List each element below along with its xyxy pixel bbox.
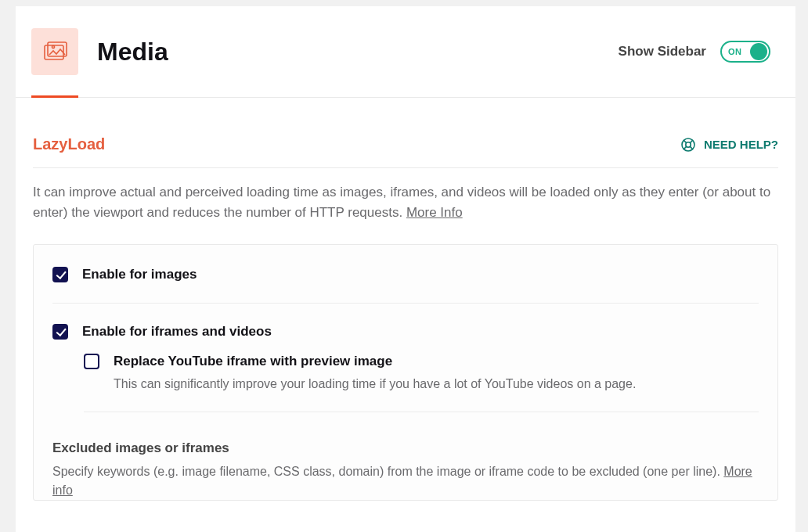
lazyload-settings-box: Enable for images Enable for iframes and… <box>33 244 778 501</box>
replace-youtube-help: This can significantly improve your load… <box>114 377 759 391</box>
svg-point-4 <box>686 142 691 146</box>
enable-iframes-checkbox[interactable] <box>52 324 68 340</box>
enable-iframes-label: Enable for iframes and videos <box>82 324 759 340</box>
page-title: Media <box>97 38 168 66</box>
lifebuoy-icon <box>680 137 696 153</box>
svg-point-2 <box>52 45 54 48</box>
show-sidebar-toggle[interactable]: ON <box>720 41 770 63</box>
toggle-knob <box>750 43 767 60</box>
active-tab-indicator <box>31 95 78 98</box>
need-help-label: NEED HELP? <box>704 138 778 151</box>
section-title-lazyload: LazyLoad <box>33 135 105 153</box>
enable-images-checkbox[interactable] <box>52 267 68 282</box>
toggle-on-text: ON <box>728 47 742 56</box>
excluded-title: Excluded images or iframes <box>52 440 759 456</box>
show-sidebar-label: Show Sidebar <box>619 44 706 59</box>
more-info-link[interactable]: More Info <box>406 205 463 220</box>
media-icon <box>31 28 78 75</box>
need-help-link[interactable]: NEED HELP? <box>680 137 778 153</box>
replace-youtube-checkbox[interactable] <box>84 354 99 369</box>
section-description: It can improve actual and perceived load… <box>33 182 778 224</box>
replace-youtube-label: Replace YouTube iframe with preview imag… <box>114 354 759 369</box>
excluded-desc: Specify keywords (e.g. image filename, C… <box>52 462 759 500</box>
enable-images-label: Enable for images <box>82 267 759 282</box>
